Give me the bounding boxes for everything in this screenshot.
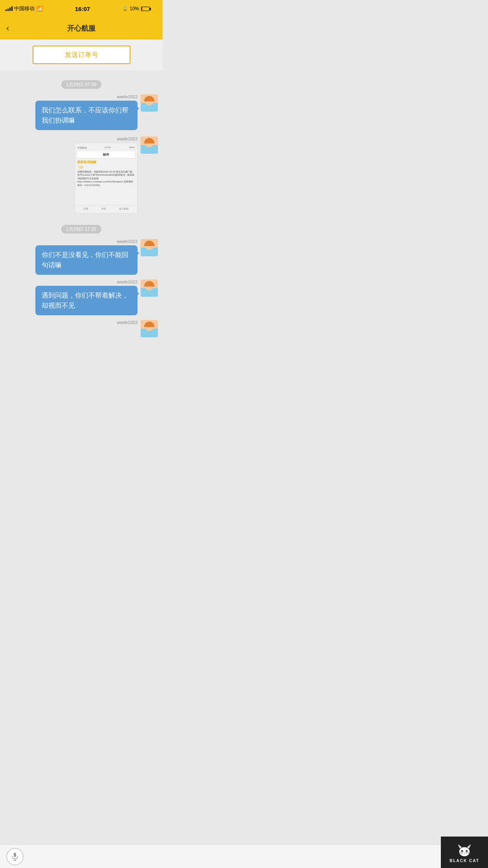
- username-label: wwde1022: [117, 320, 138, 325]
- message-bubble: 你们不是没看见，你们不能回句话嘛: [35, 245, 138, 275]
- status-bar: 中国移动 📶 16:07 🔒 10% ⚡: [0, 0, 163, 17]
- page-title: 开心航服: [67, 24, 95, 33]
- avatar: [141, 239, 158, 256]
- message-content: wwde1022: [117, 320, 138, 326]
- message-content: wwde1022 我们怎么联系，不应该你们帮我们协调嘛: [35, 94, 138, 130]
- message-row: wwde1022: [5, 320, 158, 337]
- screenshot-sender: 飞猪: [77, 166, 135, 169]
- avatar: [141, 280, 158, 297]
- screenshot-content: 中国移动 07:54 100% 邮件 航班取消提醒 飞猪 亲爱的通知您：您购买的…: [75, 143, 137, 213]
- send-order-button[interactable]: 发送订单号: [33, 46, 130, 64]
- header: ‹ 开心航服: [0, 17, 163, 39]
- carrier-label: 中国移动: [14, 5, 35, 12]
- status-right: 🔒 10% ⚡: [122, 6, 157, 11]
- message-bubble: 遇到问题，你们不帮着解决，却视而不见: [35, 286, 138, 315]
- charging-icon: ⚡: [151, 6, 157, 11]
- screenshot-body: 亲爱的通知您：您购买的2020-02-26 普吉岛到厦门航班号SL9641订单号…: [77, 170, 135, 205]
- message-row: wwde1022 你们不是没看见，你们不能回句话嘛: [5, 239, 158, 275]
- message-bubble: 我们怎么联系，不应该你们帮我们协调嘛: [35, 101, 138, 130]
- message-row: wwde1022 我们怎么联系，不应该你们帮我们协调嘛: [5, 94, 158, 130]
- avatar: [141, 136, 158, 154]
- timestamp-1: 1月29日 07:56: [0, 81, 163, 88]
- screenshot-header: 邮件: [77, 151, 135, 158]
- avatar: [141, 320, 158, 337]
- status-time: 16:07: [75, 6, 90, 12]
- timestamp-2: 1月29日 17:31: [0, 225, 163, 233]
- status-left: 中国移动 📶: [6, 5, 43, 12]
- battery-icon: [141, 7, 150, 11]
- message-content: wwde1022 遇到问题，你们不帮着解决，却视而不见: [35, 280, 138, 315]
- screenshot-title: 航班取消提醒: [77, 160, 135, 164]
- battery-label: 10%: [130, 6, 139, 11]
- message-content: wwde1022 中国移动 07:54 100% 邮件 航班取消提醒 飞猪 亲爱…: [75, 136, 138, 213]
- lock-icon: 🔒: [122, 6, 128, 11]
- send-order-bar: 发送订单号: [0, 39, 163, 70]
- wifi-icon: 📶: [36, 6, 43, 12]
- screenshot-footer: 回复 转发 放入邮箱: [77, 205, 135, 211]
- username-label: wwde1022: [117, 136, 138, 141]
- chat-area: 1月29日 07:56 wwde1022 我们怎么联系，不应该你们帮我们协调嘛 …: [0, 70, 163, 348]
- username-label: wwde1022: [117, 94, 138, 99]
- message-row: wwde1022 中国移动 07:54 100% 邮件 航班取消提醒 飞猪 亲爱…: [5, 136, 158, 213]
- back-button[interactable]: ‹: [6, 23, 9, 33]
- message-content: wwde1022 你们不是没看见，你们不能回句话嘛: [35, 239, 138, 275]
- message-row: wwde1022 遇到问题，你们不帮着解决，却视而不见: [5, 280, 158, 315]
- signal-icon: [6, 6, 13, 11]
- avatar: [141, 94, 158, 112]
- screenshot-topbar: 中国移动 07:54 100%: [77, 146, 135, 150]
- username-label: wwde1022: [117, 280, 138, 284]
- image-bubble[interactable]: 中国移动 07:54 100% 邮件 航班取消提醒 飞猪 亲爱的通知您：您购买的…: [75, 143, 138, 213]
- username-label: wwde1022: [117, 239, 138, 244]
